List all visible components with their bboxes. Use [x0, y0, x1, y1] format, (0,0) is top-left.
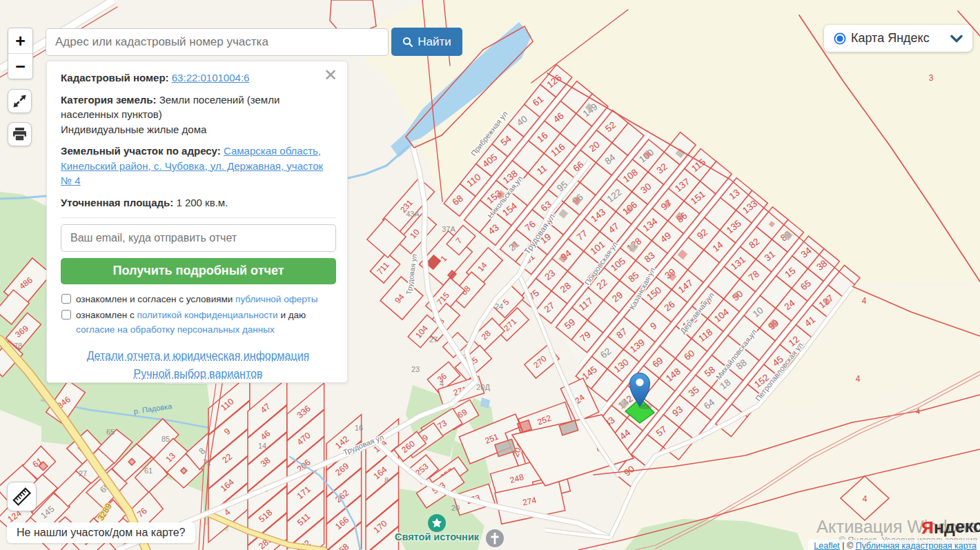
svg-text:85: 85	[161, 435, 170, 443]
svg-text:65: 65	[106, 428, 115, 436]
svg-text:3: 3	[929, 73, 934, 83]
svg-text:23: 23	[411, 365, 420, 373]
svg-text:4: 4	[856, 374, 861, 384]
svg-text:4: 4	[440, 380, 444, 388]
svg-text:16: 16	[355, 424, 363, 432]
svg-text:4: 4	[916, 407, 920, 415]
svg-text:20: 20	[451, 504, 460, 512]
svg-text:78: 78	[14, 342, 22, 350]
svg-text:20Д: 20Д	[476, 383, 490, 391]
svg-text:Святой источник: Святой источник	[395, 531, 480, 542]
svg-text:61: 61	[144, 466, 153, 475]
svg-text:14: 14	[258, 442, 266, 450]
svg-text:8: 8	[384, 476, 389, 484]
svg-text:72: 72	[203, 458, 211, 466]
svg-text:27: 27	[79, 469, 87, 478]
svg-text:43А: 43А	[406, 210, 420, 218]
svg-text:4: 4	[862, 296, 867, 306]
svg-text:27: 27	[429, 335, 438, 344]
svg-text:37А: 37А	[442, 225, 455, 233]
svg-text:4: 4	[863, 494, 868, 504]
